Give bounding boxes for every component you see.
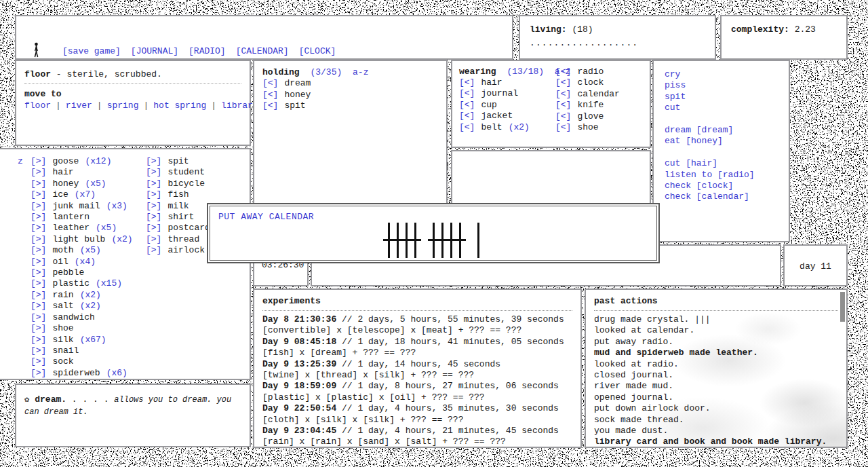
pick-up-button[interactable]: [>] (31, 278, 46, 288)
action-link[interactable]: check [clock] (665, 181, 733, 191)
action-link[interactable]: cut (665, 102, 680, 113)
tally-marks (210, 223, 656, 258)
pick-up-button[interactable]: [>] (146, 167, 161, 177)
game-screen: { "colors": { "link_blue": "#3a3ad2", "t… (0, 0, 868, 467)
pick-up-button[interactable]: [>] (31, 189, 46, 200)
experiment-elapsed: // 1 day, 14 hours, 45 seconds (342, 359, 500, 369)
holding-sort-toggle[interactable]: a-z (353, 67, 368, 77)
pick-up-button[interactable]: [>] (31, 223, 46, 233)
destination-link[interactable]: spring (107, 100, 139, 111)
pick-up-button[interactable]: [>] (31, 267, 46, 278)
pick-up-button[interactable]: [>] (31, 245, 46, 255)
pick-up-button[interactable]: [>] (31, 234, 46, 244)
put-away-calendar-modal: PUT AWAY CALENDAR (207, 203, 660, 263)
pick-up-button[interactable]: [>] (31, 335, 46, 345)
past-action-entry: drug made crystal. ||| (594, 314, 838, 325)
remove-button[interactable]: [<] (555, 100, 571, 110)
player-figure-icon (33, 42, 40, 61)
pick-up-button[interactable]: [>] (31, 301, 46, 311)
remove-button[interactable]: [<] (459, 77, 475, 88)
action-link[interactable]: eat [honey] (665, 136, 723, 146)
remove-button[interactable]: [<] (555, 122, 571, 132)
destination-link[interactable]: hot spring (153, 100, 206, 111)
pick-up-button[interactable]: [>] (31, 323, 46, 333)
action-link[interactable]: dream [dream] (665, 125, 733, 135)
menu-button[interactable]: [save game] (62, 46, 121, 56)
remove-button[interactable]: [<] (459, 100, 475, 110)
living-dots: .................. (530, 38, 705, 48)
location-title: floor - sterile, scrubbed. (24, 69, 241, 79)
wearing-column-1: [<]hair [<]journal [<]cup [<]jacket [<]b… (459, 77, 530, 133)
action-link[interactable]: listen to [radio] (665, 170, 755, 180)
sort-label-fragment[interactable]: z (18, 156, 23, 167)
holding-item: [<]honey (262, 90, 438, 100)
item-name: oil (52, 257, 68, 267)
put-down-button[interactable]: [<] (262, 78, 278, 88)
item-name: fish (167, 189, 189, 200)
item-name: rain (52, 290, 73, 300)
pick-up-button[interactable]: [>] (146, 245, 161, 255)
remove-button[interactable]: [<] (459, 88, 475, 98)
day-counter-cell: day 11 (783, 244, 848, 286)
remove-button[interactable]: [<] (555, 111, 571, 122)
floor-item: [>]silk(x67) (31, 335, 133, 345)
destination-link[interactable]: river (66, 100, 92, 111)
floor-item: [>]ice(x7) (31, 189, 133, 200)
location-name: floor (24, 69, 51, 79)
pick-up-button[interactable]: [>] (31, 179, 46, 189)
pick-up-button[interactable]: [>] (31, 356, 46, 367)
move-destination: |river (56, 100, 92, 111)
remove-button[interactable]: [<] (459, 122, 475, 132)
action-link[interactable]: spit (665, 92, 686, 102)
item-name: snail (52, 345, 79, 356)
action-link[interactable]: cry (665, 69, 680, 79)
past-action-entry: put away radio. (594, 337, 838, 348)
pick-up-button[interactable]: [>] (146, 179, 161, 189)
divider (24, 83, 241, 84)
experiments-title: experiments (262, 296, 572, 306)
pick-up-button[interactable]: [>] (31, 201, 46, 211)
action-row: check [clock] (665, 181, 789, 191)
remove-button[interactable]: [<] (555, 89, 571, 99)
location-desc: - sterile, scrubbed. (56, 69, 162, 79)
experiment-formula: [rain] x [rain] x [sand] x [salt] + ??? … (262, 436, 572, 447)
action-link[interactable]: piss (665, 80, 686, 90)
menu-button[interactable]: [CLOCK] (299, 46, 336, 56)
wearing-header: wearing (13/18) a-z (459, 67, 570, 77)
put-down-button[interactable]: [<] (262, 100, 278, 111)
remove-button[interactable]: [<] (555, 67, 571, 77)
pick-up-button[interactable]: [>] (31, 167, 46, 177)
pick-up-button[interactable]: [>] (31, 345, 46, 356)
pick-up-button[interactable]: [>] (31, 290, 46, 300)
item-name: shoe (577, 122, 598, 132)
remove-button[interactable]: [<] (459, 111, 475, 121)
remove-button[interactable]: [<] (555, 77, 571, 88)
pick-up-button[interactable]: [>] (146, 223, 161, 233)
wearing-item: [<]cup (459, 100, 530, 111)
scrollbar-thumb[interactable] (840, 292, 845, 322)
info-dots: . . . . (72, 394, 109, 405)
action-link[interactable]: check [calendar] (665, 191, 749, 202)
pick-up-button[interactable]: [>] (146, 189, 161, 200)
pick-up-button[interactable]: [>] (31, 257, 46, 267)
put-down-button[interactable]: [<] (262, 90, 278, 100)
destination-link[interactable]: floor (24, 100, 51, 111)
day-counter: day 11 (800, 261, 831, 272)
pick-up-button[interactable]: [>] (146, 234, 161, 244)
pick-up-button[interactable]: [>] (31, 156, 46, 166)
floor-item: [>]goose(x12) (31, 156, 133, 167)
pick-up-button[interactable]: [>] (31, 368, 46, 378)
action-link[interactable]: cut [hair] (665, 158, 717, 168)
menu-button[interactable]: [RADIO] (189, 46, 226, 56)
pick-up-button[interactable]: [>] (146, 212, 161, 222)
item-name: bicycle (167, 179, 205, 189)
pick-up-button[interactable]: [>] (31, 312, 46, 322)
item-quantity: (x12) (85, 156, 111, 166)
divider (262, 310, 572, 311)
experiment-formula: [cloth] x [silk] x [silk] + ??? == ??? (262, 415, 572, 426)
pick-up-button[interactable]: [>] (146, 156, 161, 166)
menu-button[interactable]: [CALENDAR] (236, 46, 289, 56)
pick-up-button[interactable]: [>] (31, 212, 46, 222)
pick-up-button[interactable]: [>] (146, 201, 161, 211)
menu-button[interactable]: [JOURNAL] (131, 46, 178, 56)
